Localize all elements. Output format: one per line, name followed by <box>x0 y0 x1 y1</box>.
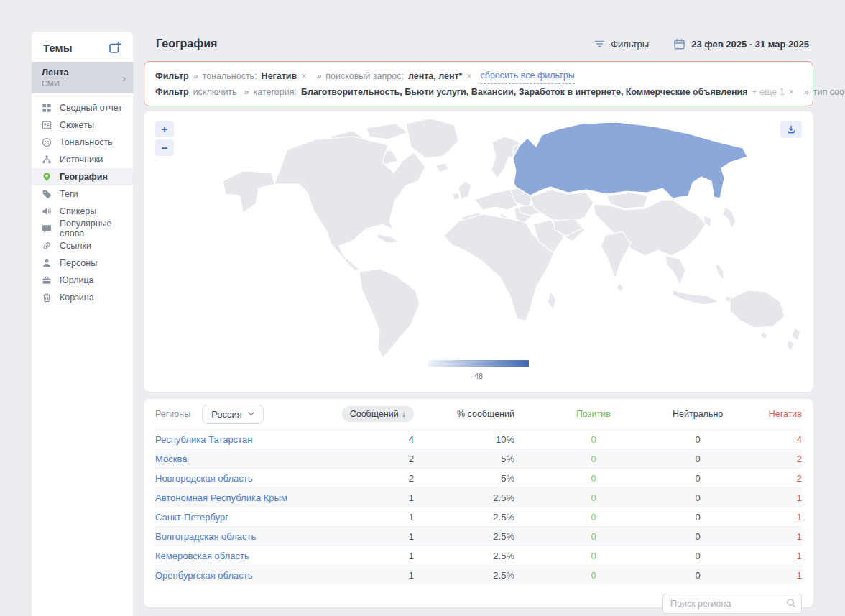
remove-query-filter-icon[interactable]: × <box>466 68 471 84</box>
sidebar-item-popular-words[interactable]: Популярные слова <box>32 220 133 237</box>
page-header: География Фильтры 23 фев 2025 - 31 мар 2… <box>144 35 813 53</box>
add-topic-icon[interactable] <box>108 41 121 54</box>
table-row: Оренбургская область12.5%001 <box>155 565 802 584</box>
messages-value: 2 <box>335 473 414 484</box>
sidebar-item-trash[interactable]: Корзина <box>32 289 133 306</box>
reset-all-filters-link[interactable]: сбросить все фильтры <box>480 68 574 84</box>
sidebar-item-label: Сюжеты <box>60 120 94 130</box>
tag-icon <box>42 189 52 199</box>
sidebar-item-label: Сводный отчет <box>60 103 122 113</box>
region-link[interactable]: Новгородская область <box>155 473 252 484</box>
sidebar-item-tag[interactable]: Теги <box>32 185 133 203</box>
sidebar-item-persons[interactable]: Персоны <box>32 254 133 272</box>
sidebar-item-speakers[interactable]: Спикеры <box>32 203 133 220</box>
negative-value: 1 <box>723 512 802 523</box>
percent-column-label[interactable]: % сообщений <box>414 409 514 419</box>
tonality-filter-label: тональность: <box>203 68 257 84</box>
region-search-input[interactable] <box>662 594 802 614</box>
region-link[interactable]: Автономная Республика Крым <box>155 492 287 503</box>
sidebar-item-label: Популярные слова <box>60 219 123 239</box>
sidebar-item-label: Корзина <box>60 293 94 303</box>
neutral-value: 0 <box>673 454 723 464</box>
query-filter-value: лента, лент* <box>408 68 463 84</box>
filters-label: Фильтры <box>611 39 649 50</box>
filter-separator: » <box>193 68 198 84</box>
topic-item-lenta[interactable]: Лента СМИ › <box>32 62 133 93</box>
filters-button[interactable]: Фильтры <box>594 39 649 50</box>
persons-icon <box>42 258 52 268</box>
percent-value: 2.5% <box>414 551 514 561</box>
percent-value: 5% <box>414 473 514 484</box>
sidebar-menu: Сводный отчетСюжетыТональностьИсточникиГ… <box>32 93 133 306</box>
positive-value: 0 <box>514 570 673 581</box>
map-zoom-in-button[interactable]: + <box>155 121 174 137</box>
table-row: Кемеровская область12.5%001 <box>155 546 802 565</box>
region-link[interactable]: Оренбургская область <box>155 570 252 581</box>
filter-separator: » <box>316 68 321 84</box>
popular-words-icon <box>42 224 52 234</box>
messages-value: 1 <box>335 551 414 561</box>
region-link[interactable]: Москва <box>155 454 187 464</box>
negative-value: 1 <box>723 531 802 542</box>
sidebar-item-label: Теги <box>60 189 78 199</box>
negative-value: 2 <box>723 473 802 484</box>
date-range-picker[interactable]: 23 фев 2025 - 31 мар 2025 <box>673 38 809 50</box>
percent-value: 2.5% <box>414 570 514 581</box>
region-search <box>662 594 802 614</box>
map-download-button[interactable] <box>780 121 802 138</box>
category-filter-label: категория: <box>254 84 297 100</box>
negative-value: 4 <box>723 434 802 445</box>
remove-category-filter-icon[interactable]: × <box>789 84 794 100</box>
negative-value: 1 <box>723 492 802 503</box>
messages-value: 1 <box>335 531 414 542</box>
map-country-russia <box>513 122 747 198</box>
percent-value: 2.5% <box>414 512 514 523</box>
sidebar-item-geo-pin[interactable]: География <box>32 168 133 185</box>
search-icon <box>786 598 796 611</box>
messages-value: 1 <box>335 512 414 523</box>
regions-table-body: Республика Татарстан410%004Москва25%002Н… <box>155 429 802 584</box>
region-link[interactable]: Волгоградская область <box>155 531 256 542</box>
sidebar-item-companies[interactable]: Юрлица <box>32 272 133 289</box>
tonality-filter-value: Негатив <box>262 68 297 84</box>
neutral-value: 0 <box>673 551 723 561</box>
country-selector-dropdown[interactable]: Россия <box>202 405 264 424</box>
map-zoom-out-button[interactable]: − <box>155 139 174 156</box>
region-link[interactable]: Кемеровская область <box>155 551 249 561</box>
active-filters-panel: Фильтр » тональность: Негатив × » поиско… <box>144 61 813 106</box>
filter-prefix: Фильтр <box>155 68 189 84</box>
sidebar-item-summary-report[interactable]: Сводный отчет <box>32 99 133 116</box>
region-link[interactable]: Республика Татарстан <box>155 434 252 445</box>
sources-icon <box>42 155 52 165</box>
neutral-column-label[interactable]: Нейтрально <box>673 409 723 419</box>
negative-value: 1 <box>723 570 802 581</box>
positive-column-label[interactable]: Позитив <box>514 409 673 419</box>
more-categories-badge[interactable]: + еще 1 <box>752 84 784 100</box>
sidebar-item-label: Спикеры <box>60 206 96 216</box>
filter-exclude-word: исключить <box>193 84 237 100</box>
sidebar-item-label: Тональность <box>60 137 113 147</box>
remove-tonality-filter-icon[interactable]: × <box>301 68 306 84</box>
sidebar-title: Темы <box>43 42 72 54</box>
positive-value: 0 <box>514 473 673 484</box>
sidebar-item-sources[interactable]: Источники <box>32 151 133 168</box>
sidebar-item-stories[interactable]: Сюжеты <box>32 116 133 134</box>
sidebar-item-label: Персоны <box>60 258 97 268</box>
chevron-right-icon: › <box>122 72 126 84</box>
messages-column-sort-button[interactable]: Сообщений ↓ <box>342 406 414 422</box>
download-icon <box>786 124 796 134</box>
region-link[interactable]: Санкт-Петербург <box>155 512 228 523</box>
negative-column-label[interactable]: Негатив <box>723 409 802 419</box>
positive-value: 0 <box>514 454 673 464</box>
sidebar-item-label: Источники <box>60 155 103 165</box>
neutral-value: 0 <box>673 531 723 542</box>
positive-value: 0 <box>514 492 673 503</box>
sidebar-item-tonality[interactable]: Тональность <box>32 134 133 151</box>
table-row: Новгородская область25%002 <box>155 468 802 487</box>
percent-value: 2.5% <box>414 531 514 542</box>
speakers-icon <box>42 206 52 216</box>
sidebar-item-label: Ссылки <box>60 241 91 251</box>
sidebar-item-links[interactable]: Ссылки <box>32 237 133 254</box>
regions-table-header: Регионы Россия Сообщений ↓ % сообщений П… <box>155 399 802 429</box>
world-map[interactable] <box>151 115 813 363</box>
